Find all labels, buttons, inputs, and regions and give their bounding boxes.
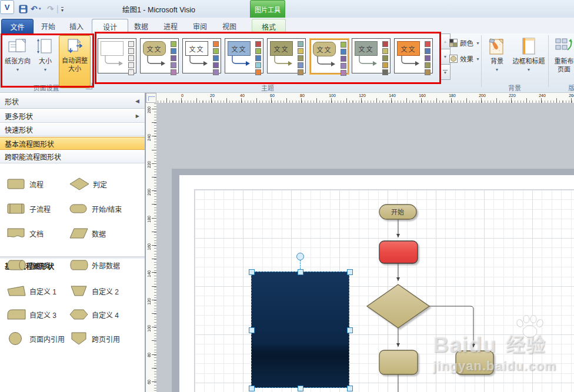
custom-1-shape-icon [7,284,26,297]
customize-qat-icon[interactable]: ▾ [61,7,64,12]
document-shape-icon [7,227,26,240]
theme-effects-button[interactable]: 效果 ▼ [449,52,480,65]
red-process-node[interactable] [379,241,418,263]
theme-shape-preview: 文文 [355,41,378,56]
stencil-data[interactable]: 数据 [69,227,106,240]
group-label-background: 背景 [482,83,547,92]
theme-thumbnail-4[interactable]: 文文 [225,38,263,73]
undo-dropdown-icon[interactable]: ▾ [39,3,41,15]
tab-process[interactable]: 进程 [158,19,183,33]
redo-icon[interactable]: ↷ [47,3,54,15]
selection-handle-se[interactable] [347,386,353,391]
theme-connector-preview [313,56,339,71]
tab-review[interactable]: 审阅 [187,19,213,33]
theme-swatch [128,69,134,75]
stencil-subprocess[interactable]: 子流程 [7,202,51,215]
undo-icon[interactable]: ↶ [31,3,38,15]
relayout-page-button[interactable]: 重新布 页面 [550,35,574,89]
tab-data[interactable]: 数据 [128,19,154,33]
theme-thumbnail-5[interactable]: 文文 [267,38,306,73]
stencil-off-page-reference[interactable]: 跨页引用 [69,331,120,346]
group-label-layout: 版 [560,83,574,92]
theme-thumbnail-2[interactable]: 文文 [140,38,179,73]
selection-handle-ne[interactable] [347,269,353,275]
v-ruler-label: 100 [147,325,151,332]
ribbon-tab-row: 文件 开始 插入 设计 数据 进程 审阅 视图 格式 [0,18,574,33]
theme-swatch [382,55,388,61]
theme-thumbnail-6[interactable]: 文文 [309,38,349,75]
connector-decision-branch[interactable] [429,306,473,347]
selection-handle-s[interactable] [298,386,303,391]
visio-app-icon[interactable]: V [0,0,14,14]
custom-3-shape-icon [7,308,26,321]
h-ruler-label: 260 [569,93,574,98]
theme-swatch [255,62,261,68]
stencil-custom-2[interactable]: 自定义 2 [69,284,119,297]
autosize-icon [66,38,84,55]
category-more-shapes[interactable]: 更多形状 ▶ [0,110,145,123]
theme-colors-button[interactable]: 颜色 ▼ [449,36,480,49]
page-size-button[interactable]: 大小 ▼ [34,35,56,89]
selection-handle-n[interactable] [298,269,303,275]
horizontal-ruler[interactable]: 020406080100120140160180200220240260 [156,93,574,103]
selected-picture[interactable] [251,272,349,388]
category-basic-flowchart-shapes[interactable]: 基本流程图形状 [0,137,145,150]
borders-and-titles-icon [521,37,536,56]
stencil-document[interactable]: 文档 [7,227,44,240]
theme-shape-preview: 文文 [397,41,420,56]
borders-and-titles-button[interactable]: 边框和标题 ▼ [510,35,547,89]
selection-handle-e[interactable] [347,327,353,333]
tab-view[interactable]: 视图 [216,19,242,33]
page-setup-dialog-launcher[interactable]: ⌟ [86,83,92,89]
process-node-bottom-right[interactable] [456,351,493,374]
theme-thumbnail-7[interactable]: 文文 [352,38,391,73]
category-cross-functional-flowchart-shapes[interactable]: 跨职能流程图形状 [0,150,145,163]
tab-insert[interactable]: 插入 [64,19,89,33]
theme-shape-preview: 文文 [143,41,166,56]
shapes-panel-header: 形状 ◀ [0,94,145,109]
paper-orientation-button[interactable]: 纸张方向 ▼ [4,35,32,89]
stencil-custom-1[interactable]: 自定义 1 [7,284,56,297]
decision-node[interactable] [367,284,429,328]
save-icon[interactable] [19,3,28,15]
theme-swatch [255,41,261,47]
vertical-ruler[interactable]: 2602402202001801601401201008060 [146,103,157,392]
stencil-database[interactable]: 数据库 [7,259,51,272]
stencil-start-end[interactable]: 开始/结束 [69,202,122,215]
theme-swatch [255,48,261,54]
theme-thumbnail-3[interactable]: 文文 [182,38,221,73]
theme-thumbnail-1[interactable] [98,38,136,73]
tab-home[interactable]: 开始 [35,19,61,33]
theme-connector-preview [228,56,253,70]
tab-design[interactable]: 设计 [92,19,128,35]
v-ruler-label: 160 [147,243,151,250]
stencil-custom-3[interactable]: 自定义 3 [7,308,56,321]
tab-format[interactable]: 格式 [252,19,286,34]
autosize-button[interactable]: 自动调整 大小 [59,35,91,88]
paper-orientation-icon [8,37,28,56]
category-quick-shapes[interactable]: 快速形状 [0,123,145,136]
collapse-panel-icon[interactable]: ◀ [135,98,139,104]
h-ruler-label: 160 [419,93,426,98]
group-label-themes: 主题 [96,83,439,92]
selection-handle-w[interactable] [249,327,255,333]
process-node-bottom-left[interactable] [379,350,418,374]
drawing-canvas[interactable]: 开始 Baidu [156,103,574,392]
stencil-process[interactable]: 流程 [7,177,44,190]
stencil-custom-4[interactable]: 自定义 4 [69,308,119,321]
background-button[interactable]: 背景 ▼ [483,35,510,89]
stencil-on-page-reference[interactable]: 页面内引用 [7,331,65,346]
background-icon [488,37,506,56]
ribbon: 纸张方向 ▼ 大小 ▼ 自动调整 大小 页面设置 ⌟ 文文文文文文文文文 [0,33,574,93]
stencil-decision[interactable]: 判定 [69,177,107,190]
theme-thumbnail-8[interactable]: 文文 [394,38,433,73]
rotation-handle[interactable] [296,253,304,260]
theme-swatch-column [171,41,176,75]
dropdown-icon: ▼ [476,41,480,45]
selection-handle-sw[interactable] [249,386,255,391]
gallery-more-icon[interactable]: ▼ [440,64,450,80]
selection-handle-nw[interactable] [249,269,255,275]
stencil-external-data[interactable]: 外部数据 [69,259,120,272]
theme-swatch-column [425,41,430,75]
tab-file[interactable]: 文件 [1,19,34,35]
